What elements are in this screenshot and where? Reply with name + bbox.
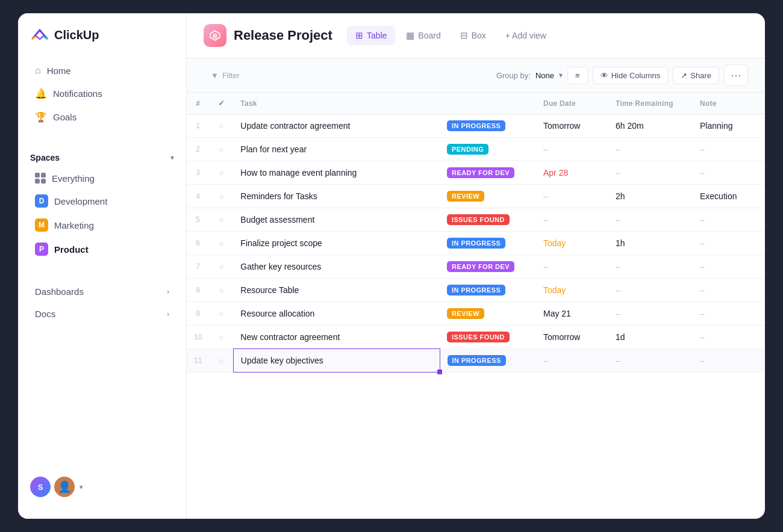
row-task[interactable]: Resource allocation [233, 302, 440, 326]
table-row[interactable]: 5○Budget assessmentISSUES FOUND––– [187, 208, 765, 232]
share-button[interactable]: ↗ Share [673, 67, 719, 84]
sidebar-item-dashboards[interactable]: Dashboards › [23, 280, 181, 303]
row-check[interactable]: ○ [209, 349, 233, 373]
development-avatar: D [35, 194, 48, 208]
row-status[interactable]: IN PROGRESS [440, 114, 536, 138]
sidebar-item-marketing[interactable]: M Marketing [23, 213, 181, 237]
row-note: – [693, 326, 765, 349]
product-label: Product [54, 244, 89, 255]
group-by-value[interactable]: None [535, 71, 554, 80]
box-icon: ⊟ [460, 30, 468, 41]
tab-table-label: Table [367, 31, 387, 40]
row-check[interactable]: ○ [209, 279, 233, 302]
row-number: 1 [187, 114, 209, 138]
row-status[interactable]: READY FOR DEV [440, 161, 536, 185]
row-status[interactable]: REVIEW [440, 185, 536, 208]
table-row[interactable]: 11○Update key objectivesIN PROGRESS––– [187, 349, 765, 373]
sidebar-item-everything[interactable]: Everything [23, 167, 181, 189]
row-check[interactable]: ○ [209, 185, 233, 208]
sort-button[interactable]: ≡ [567, 67, 588, 84]
row-task[interactable]: Budget assessment [233, 208, 440, 232]
home-icon: ⌂ [35, 65, 41, 76]
table-row[interactable]: 8○Resource TableIN PROGRESSToday–– [187, 279, 765, 302]
row-check[interactable]: ○ [209, 208, 233, 232]
row-check[interactable]: ○ [209, 114, 233, 138]
tab-board[interactable]: ▦ Board [398, 26, 449, 45]
row-check[interactable]: ○ [209, 232, 233, 255]
main-content: Release Project ⊞ Table ▦ Board ⊟ Box + … [187, 13, 765, 519]
sidebar-item-home[interactable]: ⌂ Home [23, 59, 181, 82]
row-note: – [693, 302, 765, 326]
col-timeremaining: Time Remaining [608, 93, 693, 114]
sidebar-item-product[interactable]: P Product [23, 237, 181, 261]
sidebar-item-development[interactable]: D Development [23, 189, 181, 213]
clickup-logo-icon [30, 25, 49, 45]
row-check[interactable]: ○ [209, 255, 233, 279]
row-status[interactable]: READY FOR DEV [440, 255, 536, 279]
check-all-icon[interactable]: ✓ [218, 99, 225, 108]
spaces-header[interactable]: Spaces ▾ [18, 148, 186, 167]
row-timeremaining: – [608, 161, 693, 185]
row-task[interactable]: Plan for next year [233, 138, 440, 161]
row-task[interactable]: Reminders for Tasks [233, 185, 440, 208]
row-task[interactable]: Gather key resources [233, 255, 440, 279]
user-dropdown-arrow[interactable]: ▾ [80, 483, 83, 491]
row-status[interactable]: IN PROGRESS [440, 279, 536, 302]
hide-columns-button[interactable]: 👁 Hide Columns [593, 67, 669, 84]
share-label: Share [690, 71, 711, 80]
table-row[interactable]: 6○Finalize project scopeIN PROGRESSToday… [187, 232, 765, 255]
table-row[interactable]: 9○Resource allocationREVIEWMay 21–– [187, 302, 765, 326]
user-avatar-photo[interactable]: 👤 [54, 477, 75, 497]
row-task[interactable]: Finalize project scope [233, 232, 440, 255]
row-duedate: – [536, 208, 608, 232]
row-check[interactable]: ○ [209, 326, 233, 349]
row-duedate: – [536, 185, 608, 208]
row-check[interactable]: ○ [209, 161, 233, 185]
row-status[interactable]: IN PROGRESS [440, 232, 536, 255]
resize-handle[interactable] [437, 370, 442, 374]
table-row[interactable]: 3○How to manage event planningREADY FOR … [187, 161, 765, 185]
row-note: – [693, 161, 765, 185]
app-name: ClickUp [54, 28, 99, 42]
status-badge: REVIEW [447, 191, 484, 202]
tab-table[interactable]: ⊞ Table [347, 26, 395, 45]
row-note: – [693, 138, 765, 161]
row-task[interactable]: Update contractor agreement [233, 114, 440, 138]
row-status[interactable]: PENDING [440, 138, 536, 161]
row-task[interactable]: New contractor agreement [233, 326, 440, 349]
row-task[interactable]: Resource Table [233, 279, 440, 302]
row-check[interactable]: ○ [209, 138, 233, 161]
sidebar-item-goals[interactable]: 🏆 Goals [23, 105, 181, 129]
row-status[interactable]: ISSUES FOUND [440, 208, 536, 232]
tab-box[interactable]: ⊟ Box [452, 26, 494, 45]
row-status[interactable]: IN PROGRESS [440, 349, 536, 373]
table-row[interactable]: 4○Reminders for TasksREVIEW–2hExecution [187, 185, 765, 208]
row-task[interactable]: Update key objectives [233, 349, 440, 373]
chevron-down-icon: ▾ [170, 153, 174, 162]
user-avatar-s[interactable]: S [30, 477, 51, 497]
row-duedate: Today [536, 279, 608, 302]
status-badge: IN PROGRESS [447, 238, 505, 249]
row-check[interactable]: ○ [209, 302, 233, 326]
sidebar-item-notifications[interactable]: 🔔 Notifications [23, 82, 181, 105]
row-timeremaining: – [608, 349, 693, 373]
table-row[interactable]: 1○Update contractor agreementIN PROGRESS… [187, 114, 765, 138]
table-row[interactable]: 2○Plan for next yearPENDING––– [187, 138, 765, 161]
goals-icon: 🏆 [35, 111, 47, 123]
row-task[interactable]: How to manage event planning [233, 161, 440, 185]
row-number: 3 [187, 161, 209, 185]
add-view-button[interactable]: + Add view [497, 26, 555, 45]
filter-button[interactable]: ▼ Filter [204, 67, 247, 84]
sidebar-item-docs[interactable]: Docs › [23, 303, 181, 325]
row-status[interactable]: REVIEW [440, 302, 536, 326]
table-row[interactable]: 7○Gather key resourcesREADY FOR DEV––– [187, 255, 765, 279]
row-timeremaining: 6h 20m [608, 114, 693, 138]
more-options-button[interactable]: ⋯ [724, 64, 748, 86]
row-duedate: – [536, 138, 608, 161]
row-status[interactable]: ISSUES FOUND [440, 326, 536, 349]
sidebar-bottom: S 👤 ▾ [18, 467, 186, 507]
task-table-container[interactable]: # ✓ Task Due Date Time Remaining Note 1○… [187, 93, 765, 519]
row-number: 10 [187, 326, 209, 349]
status-badge: IN PROGRESS [447, 120, 505, 131]
table-row[interactable]: 10○New contractor agreementISSUES FOUNDT… [187, 326, 765, 349]
